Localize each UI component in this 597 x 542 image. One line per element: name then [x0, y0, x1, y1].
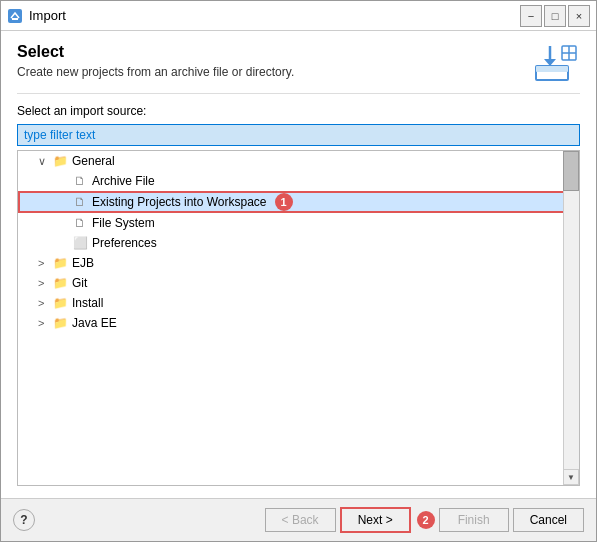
annotation-badge-1: 1 — [275, 193, 293, 211]
header-section: Select Create new projects from an archi… — [17, 43, 580, 94]
window-controls: − □ × — [520, 5, 590, 27]
scroll-down-button[interactable]: ▼ — [563, 469, 579, 485]
tree-item-existing-projects[interactable]: 🗋 Existing Projects into Workspace 1 — [18, 191, 579, 213]
cancel-button[interactable]: Cancel — [513, 508, 584, 532]
expand-toggle-java-ee[interactable]: > — [38, 317, 52, 329]
section-label: Select an import source: — [17, 104, 580, 118]
scroll-thumb[interactable] — [563, 151, 579, 191]
button-bar: ? < Back Next > 2 Finish Cancel — [1, 498, 596, 541]
file-icon-preferences: ⬜ — [72, 235, 88, 251]
close-button[interactable]: × — [568, 5, 590, 27]
tree-item-git[interactable]: > 📁 Git — [18, 273, 579, 293]
file-icon-existing: 🗋 — [72, 194, 88, 210]
minimize-button[interactable]: − — [520, 5, 542, 27]
expand-toggle-ejb[interactable]: > — [38, 257, 52, 269]
tree-label-general: General — [72, 154, 115, 168]
svg-rect-1 — [12, 18, 18, 20]
tree-item-archive-file[interactable]: 🗋 Archive File — [18, 171, 579, 191]
back-button[interactable]: < Back — [265, 508, 336, 532]
tree-label-install: Install — [72, 296, 103, 310]
file-icon-archive: 🗋 — [72, 173, 88, 189]
import-icon — [532, 43, 580, 83]
tree-item-file-system[interactable]: 🗋 File System — [18, 213, 579, 233]
tree-item-java-ee[interactable]: > 📁 Java EE — [18, 313, 579, 333]
tree-label-preferences: Preferences — [92, 236, 157, 250]
app-icon — [7, 8, 23, 24]
folder-icon-general: 📁 — [52, 153, 68, 169]
finish-button[interactable]: Finish — [439, 508, 509, 532]
expand-toggle-install[interactable]: > — [38, 297, 52, 309]
folder-icon-git: 📁 — [52, 275, 68, 291]
page-title: Select — [17, 43, 294, 61]
content-area: Select Create new projects from an archi… — [1, 31, 596, 498]
tree-label-ejb: EJB — [72, 256, 94, 270]
help-button[interactable]: ? — [13, 509, 35, 531]
header-text: Select Create new projects from an archi… — [17, 43, 294, 79]
maximize-button[interactable]: □ — [544, 5, 566, 27]
tree-item-preferences[interactable]: ⬜ Preferences — [18, 233, 579, 253]
tree-label-java-ee: Java EE — [72, 316, 117, 330]
tree-label-archive-file: Archive File — [92, 174, 155, 188]
svg-marker-5 — [544, 59, 556, 66]
next-button[interactable]: Next > — [340, 507, 411, 533]
tree-container[interactable]: ∨ 📁 General 🗋 Archive File 🗋 Existing Pr… — [17, 150, 580, 486]
annotation-badge-2: 2 — [417, 511, 435, 529]
file-icon-filesystem: 🗋 — [72, 215, 88, 231]
expand-toggle-general[interactable]: ∨ — [38, 155, 52, 168]
page-description: Create new projects from an archive file… — [17, 65, 294, 79]
import-dialog: Import − □ × Select Create new projects … — [0, 0, 597, 542]
svg-rect-0 — [8, 9, 22, 23]
tree-label-git: Git — [72, 276, 87, 290]
title-bar: Import − □ × — [1, 1, 596, 31]
filter-input[interactable] — [17, 124, 580, 146]
tree-label-existing-projects: Existing Projects into Workspace — [92, 195, 267, 209]
expand-toggle-git[interactable]: > — [38, 277, 52, 289]
folder-icon-java-ee: 📁 — [52, 315, 68, 331]
tree-label-file-system: File System — [92, 216, 155, 230]
folder-icon-ejb: 📁 — [52, 255, 68, 271]
folder-icon-install: 📁 — [52, 295, 68, 311]
scrollbar[interactable]: ▲ ▼ — [563, 151, 579, 485]
tree-item-install[interactable]: > 📁 Install — [18, 293, 579, 313]
svg-rect-3 — [536, 66, 568, 72]
window-title: Import — [29, 8, 520, 23]
tree-item-ejb[interactable]: > 📁 EJB — [18, 253, 579, 273]
tree-item-general[interactable]: ∨ 📁 General — [18, 151, 579, 171]
import-arrow-icon — [534, 44, 578, 82]
